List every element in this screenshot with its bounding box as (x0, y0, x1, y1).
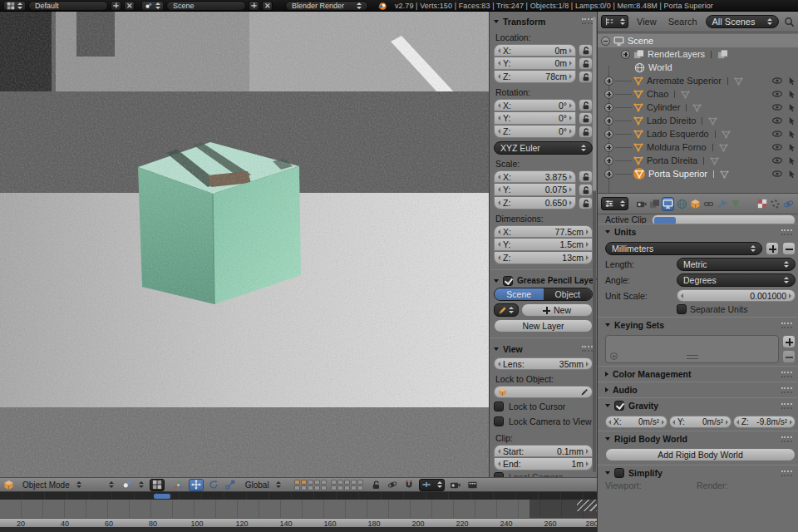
expand-icon[interactable] (604, 116, 613, 126)
manipulate-center-points-toggle[interactable] (150, 479, 165, 491)
units-panel-header[interactable]: Units (598, 224, 798, 239)
tab-particles[interactable] (770, 197, 781, 211)
rigid-body-panel-header[interactable]: Rigid Body World (598, 431, 798, 446)
delete-layout-button[interactable] (124, 1, 135, 11)
dimensions-z-field[interactable]: Z:13cm (494, 252, 593, 264)
proportional-edit-select[interactable] (386, 479, 399, 491)
lens-field[interactable]: Lens:35mm (494, 357, 593, 370)
grease-pencil-brush-select[interactable] (494, 303, 519, 317)
tab-constraints[interactable] (702, 197, 714, 211)
tab-texture[interactable] (756, 197, 768, 211)
scale-x-field[interactable]: X:3.875 (494, 170, 576, 183)
tab-render-layers[interactable] (648, 197, 660, 211)
world-row[interactable]: World (598, 61, 798, 74)
screen-layout-select[interactable]: Default (28, 1, 108, 11)
visibility-eye-icon[interactable] (772, 144, 782, 150)
add-keying-set-button[interactable] (782, 335, 796, 348)
lock-to-cursor-checkbox[interactable] (494, 401, 504, 411)
rotation-y-field[interactable]: Y:0° (494, 112, 576, 125)
opengl-render-button[interactable] (448, 479, 462, 491)
rotate-manipulator-button[interactable] (207, 479, 220, 491)
layer-buttons[interactable] (294, 480, 363, 490)
object-row[interactable]: Arremate Superior (598, 74, 798, 87)
add-scene-button[interactable] (249, 1, 259, 11)
lock-location-y-button[interactable] (579, 57, 593, 70)
search-icon[interactable] (784, 17, 795, 27)
new-layer-button[interactable]: New Layer (494, 319, 593, 332)
scale-manipulator-button[interactable] (224, 479, 237, 491)
angle-select[interactable]: Degrees (677, 273, 796, 287)
grease-source-object-tab[interactable]: Object (544, 288, 593, 300)
selectability-cursor-icon[interactable] (788, 130, 796, 139)
visibility-eye-icon[interactable] (772, 170, 782, 177)
expand-icon[interactable] (604, 170, 613, 179)
lock-scale-y-button[interactable] (579, 184, 593, 196)
active-clip-field[interactable] (652, 214, 796, 224)
lock-to-cursor-row[interactable]: Lock to Cursor (494, 399, 593, 414)
lock-rotation-x-button[interactable] (579, 99, 593, 111)
location-z-field[interactable]: Z:78cm (494, 71, 576, 83)
selectability-cursor-icon[interactable] (788, 143, 796, 152)
grease-pencil-panel-header[interactable]: Grease Pencil Layer (494, 273, 593, 288)
object-row[interactable]: Lado Esquerdo (598, 127, 798, 140)
render-engine-select[interactable]: Blender Render (285, 1, 368, 11)
lock-to-object-field[interactable] (494, 386, 593, 398)
expand-icon[interactable] (604, 76, 613, 86)
search-menu[interactable]: Search (665, 17, 701, 27)
visibility-eye-icon[interactable] (772, 104, 782, 111)
gravity-x-field[interactable]: X:0m/s² (605, 416, 667, 428)
tab-world[interactable] (676, 197, 687, 211)
editor-type-button[interactable] (601, 15, 628, 28)
tab-object-data[interactable] (730, 197, 741, 211)
visibility-eye-icon[interactable] (772, 117, 782, 124)
lock-camera-checkbox[interactable] (494, 416, 504, 426)
translate-manipulator-button[interactable] (189, 479, 204, 491)
expand-icon[interactable] (601, 37, 610, 46)
timeline-frame-scrollbar[interactable]: 20 40 60 80 100 120 140 160 180 200 220 … (0, 518, 597, 527)
length-select[interactable]: Metric (677, 258, 796, 271)
visibility-eye-icon[interactable] (772, 91, 782, 97)
expand-icon[interactable] (621, 50, 630, 59)
add-rigid-body-world-button[interactable]: Add Rigid Body World (605, 448, 796, 461)
remove-preset-button[interactable] (782, 242, 796, 255)
dimensions-y-field[interactable]: Y:1.5cm (494, 239, 593, 251)
editor-type-button[interactable] (3, 1, 26, 11)
keying-sets-list[interactable] (605, 335, 779, 363)
timeline-track-area[interactable] (0, 500, 597, 518)
selectability-cursor-icon[interactable] (788, 90, 796, 99)
selectability-cursor-icon[interactable] (788, 156, 796, 165)
add-layout-button[interactable] (111, 1, 121, 11)
manipulator-axes-icon[interactable] (171, 479, 185, 491)
object-row-active[interactable]: Porta Superior (598, 167, 798, 180)
snap-toggle[interactable] (402, 479, 416, 491)
expand-icon[interactable] (604, 90, 613, 99)
view-panel-header[interactable]: View (494, 342, 593, 356)
transform-panel-header[interactable]: Transform (494, 14, 593, 28)
unit-scale-field[interactable]: 0.001000 (677, 289, 796, 302)
lock-rotation-z-button[interactable] (579, 126, 593, 138)
scale-y-field[interactable]: Y:0.075 (494, 184, 576, 196)
keying-sets-panel-header[interactable]: Keying Sets (598, 318, 798, 332)
gravity-y-field[interactable]: Y:0m/s² (669, 416, 732, 428)
renderlayers-row[interactable]: RenderLayers (598, 47, 798, 61)
object-row[interactable]: Moldura Forno (598, 140, 798, 154)
clip-start-field[interactable]: Start:0.1mm (494, 445, 593, 457)
gravity-panel-header[interactable]: Gravity (598, 398, 798, 413)
object-row[interactable]: Porta Direita (598, 154, 798, 167)
scene-row[interactable]: Scene (598, 34, 798, 47)
expand-icon[interactable] (604, 156, 613, 165)
object-row[interactable]: Chao (598, 87, 798, 101)
clip-end-field[interactable]: End:1m (494, 458, 593, 470)
lock-scale-x-button[interactable] (579, 170, 593, 183)
expand-icon[interactable] (604, 130, 613, 139)
expand-icon[interactable] (604, 103, 613, 112)
view-menu[interactable]: View (633, 17, 660, 27)
tab-physics[interactable] (783, 197, 795, 211)
eyedropper-icon[interactable] (580, 388, 589, 397)
visibility-eye-icon[interactable] (772, 77, 782, 84)
rotation-z-field[interactable]: Z:0° (494, 126, 576, 138)
render-layer-data-icon[interactable] (717, 49, 728, 60)
lock-camera-to-view-row[interactable]: Lock Camera to View (494, 414, 593, 429)
mode-select[interactable]: Object Mode (17, 479, 86, 491)
unit-presets-select[interactable]: Millimeters (605, 242, 762, 255)
